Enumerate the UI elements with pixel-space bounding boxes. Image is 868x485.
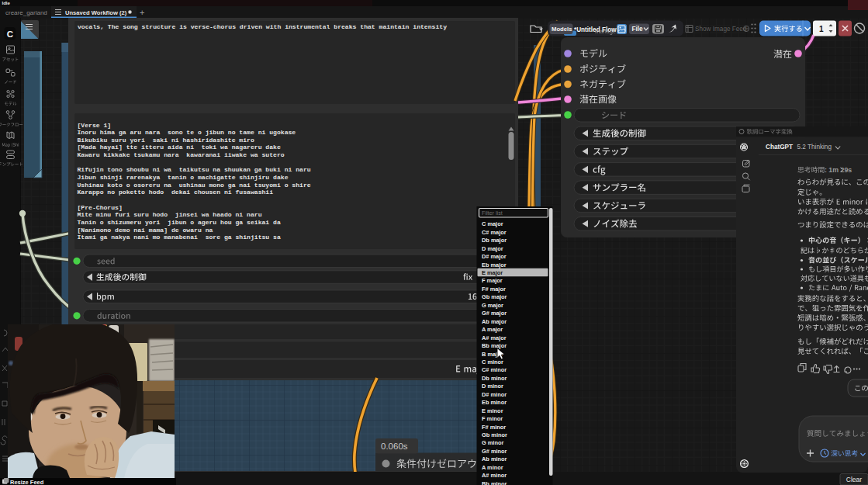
svg-text:Inoru hima ga aru nara sono t: Inoru hima ga aru nara sono te o jibun n… xyxy=(78,129,296,136)
svg-text:A# minor: A# minor xyxy=(482,472,507,479)
svg-text:Show Image Feed: Show Image Feed xyxy=(695,26,747,33)
svg-text:C minor: C minor xyxy=(482,359,503,365)
svg-text:C# major: C# major xyxy=(482,229,507,236)
svg-text:+: + xyxy=(140,8,144,17)
svg-text:Bb minor: Bb minor xyxy=(482,480,507,485)
svg-text:Itami ga nakya nani mo manaben: Itami ga nakya nani mo manabenai sore ga… xyxy=(78,234,281,241)
svg-text:Db major: Db major xyxy=(482,237,507,244)
svg-text:Bikubiku suru yori saki ni ha: Bikubiku suru yori saki ni hashiridashit… xyxy=(78,137,254,144)
svg-text:A minor: A minor xyxy=(482,464,503,471)
svg-text:E major: E major xyxy=(482,269,503,276)
svg-text:vocals, The song structure is: vocals, The song structure is verse-chor… xyxy=(78,23,447,30)
svg-text:Eb minor: Eb minor xyxy=(482,399,507,406)
svg-text:Idle: Idle xyxy=(2,1,11,5)
svg-text:Tanin o shizumeru yori jibun: Tanin o shizumeru yori jibun o ageru hou… xyxy=(78,219,281,226)
svg-text:Unsaved Workflow (2): Unsaved Workflow (2) xyxy=(65,9,127,16)
svg-text:creare_garland: creare_garland xyxy=(5,9,47,16)
svg-text:Ushinau koto o osoreru na ush: Ushinau koto o osoreru na ushinau mono g… xyxy=(78,182,311,189)
svg-text:F# minor: F# minor xyxy=(482,424,506,431)
svg-text:D major: D major xyxy=(482,245,503,252)
svg-text:C# minor: C# minor xyxy=(482,366,507,373)
svg-text:F minor: F minor xyxy=(482,415,503,422)
svg-text:G# minor: G# minor xyxy=(482,448,507,455)
svg-text:File: File xyxy=(632,26,644,33)
svg-text:Jibun shinji rarenakya tanin: Jibun shinji rarenakya tanin o machigatt… xyxy=(78,174,289,181)
svg-text:[Pre-Chorus]: [Pre-Chorus] xyxy=(78,204,123,211)
svg-text:[Verse 1]: [Verse 1] xyxy=(78,122,112,129)
svg-text:Mite minu furi suru hodo jins: Mite minu furi suru hodo jinsei wa haado… xyxy=(78,211,262,218)
svg-text:[Mada hayai] tte itteru aida n: [Mada hayai] tte itteru aida ni toki wa … xyxy=(78,144,281,151)
svg-text:Karappo no poketto hodo dekai: Karappo no poketto hodo dekai chousen ni… xyxy=(78,189,274,196)
svg-text:G major: G major xyxy=(482,302,503,309)
svg-text:C: C xyxy=(7,29,13,39)
svg-text:E minor: E minor xyxy=(482,407,503,414)
svg-text:: 1m 29s: : 1m 29s xyxy=(825,166,852,174)
svg-text:0.060s: 0.060s xyxy=(381,442,408,451)
svg-text:Eb major: Eb major xyxy=(482,262,507,268)
svg-text:Filter list: Filter list xyxy=(482,210,503,217)
svg-text:Db minor: Db minor xyxy=(482,375,507,382)
svg-text:A major: A major xyxy=(482,326,503,333)
svg-text:C major: C major xyxy=(482,220,503,227)
svg-text:G minor: G minor xyxy=(482,439,503,446)
svg-text:Gb minor: Gb minor xyxy=(482,431,507,438)
svg-text:Resize Feed: Resize Feed xyxy=(10,479,44,485)
svg-text:5.2 Thinking: 5.2 Thinking xyxy=(797,144,832,151)
svg-text:Clear: Clear xyxy=(846,476,862,483)
svg-text:Gb major: Gb major xyxy=(482,293,507,300)
svg-text:[Nanimono demo nai mama] de ow: [Nanimono demo nai mama] de owaru na xyxy=(78,227,213,234)
svg-text:F major: F major xyxy=(482,277,503,284)
svg-text:1: 1 xyxy=(819,25,824,33)
svg-text:Manage: Manage xyxy=(595,28,616,35)
svg-text:Ab major: Ab major xyxy=(482,318,507,325)
svg-text:D minor: D minor xyxy=(482,383,503,390)
svg-text:Kawaru kikkake tsukamu nara k: Kawaru kikkake tsukamu nara kawaranai ii… xyxy=(78,151,285,158)
svg-text:ChatGPT: ChatGPT xyxy=(766,144,793,151)
svg-text:A# major: A# major xyxy=(482,334,507,341)
svg-text:Rifujin tono shoubu ni wa tai: Rifujin tono shoubu ni wa taikutsu na sh… xyxy=(78,166,311,173)
svg-text:Ab minor: Ab minor xyxy=(482,456,507,462)
svg-text:F# major: F# major xyxy=(482,286,506,293)
svg-text:Bb major: Bb major xyxy=(482,342,507,349)
svg-text:Models: Models xyxy=(552,26,572,33)
svg-text:G# major: G# major xyxy=(482,310,507,317)
svg-text:D# minor: D# minor xyxy=(482,391,507,398)
svg-text:D# major: D# major xyxy=(482,253,507,260)
